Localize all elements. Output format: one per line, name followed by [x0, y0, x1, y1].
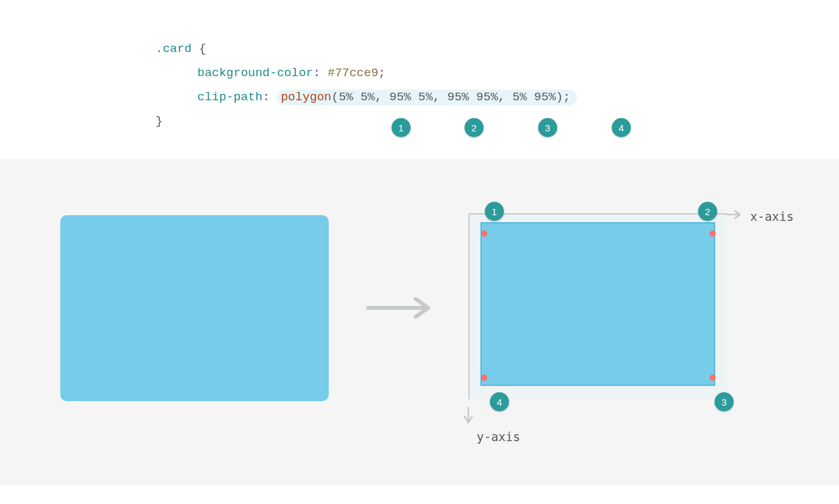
- code-section: .card { background-color: #77cce9; clip-…: [0, 0, 839, 159]
- original-card: [60, 215, 329, 401]
- code-badge-4: 4: [612, 118, 631, 137]
- corner-badge-2: 2: [698, 202, 717, 221]
- corner-dot-2: [710, 230, 716, 237]
- code-badge-3: 3: [538, 118, 557, 137]
- corner-badge-4: 4: [490, 392, 509, 411]
- corner-badge-1: 1: [485, 202, 504, 221]
- y-axis-label: y-axis: [477, 430, 520, 444]
- corner-badge-3: 3: [715, 392, 734, 411]
- corner-dot-4: [481, 375, 487, 381]
- corner-dot-1: [481, 230, 487, 237]
- code-badges-row: 1 2 3 4: [0, 0, 839, 159]
- code-badge-2: 2: [465, 118, 484, 137]
- corner-dot-3: [710, 375, 716, 381]
- y-axis-arrow-icon: [464, 213, 473, 428]
- transform-arrow-icon: [365, 295, 435, 321]
- diagram-section: x-axis y-axis 1 2 3 4: [0, 159, 839, 485]
- code-badge-1: 1: [392, 118, 411, 137]
- clipped-card: [480, 222, 715, 386]
- x-axis-label: x-axis: [750, 209, 794, 223]
